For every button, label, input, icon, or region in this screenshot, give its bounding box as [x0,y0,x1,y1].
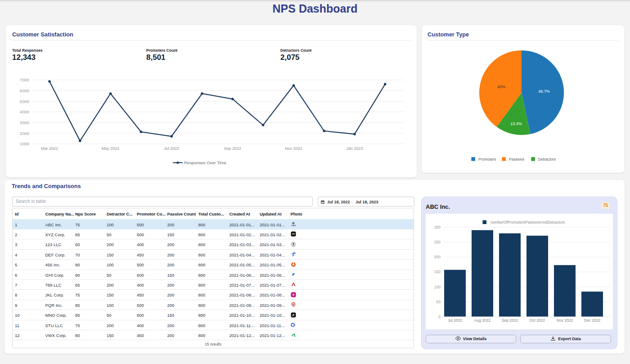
svg-text:Sep 2022: Sep 2022 [502,318,518,323]
svg-text:Sep 2022: Sep 2022 [224,146,242,151]
svg-text:1000: 1000 [20,141,29,146]
svg-text:300: 300 [434,225,441,229]
svg-text:5000: 5000 [20,99,29,104]
svg-text:Jul 2022: Jul 2022 [448,318,462,323]
svg-text:Mar 2022: Mar 2022 [41,146,58,151]
svg-text:40%: 40% [497,85,505,89]
svg-text:Jul 2022: Jul 2022 [164,146,179,151]
svg-text:May 2022: May 2022 [102,146,120,151]
svg-text:50: 50 [436,300,441,304]
svg-text:Promoters: Promoters [478,157,496,162]
svg-text:Responses Over Time: Responses Over Time [184,160,226,165]
svg-text:Detractors: Detractors [538,157,556,162]
svg-text:7000: 7000 [20,77,29,82]
svg-text:Passives: Passives [509,157,524,162]
svg-text:3000: 3000 [20,120,29,125]
svg-text:Nov 2022: Nov 2022 [557,318,573,323]
svg-text:250: 250 [434,240,441,244]
svg-text:Dec 2022: Dec 2022 [584,318,601,323]
svg-text:6000: 6000 [20,88,29,93]
svg-text:Aug 2022: Aug 2022 [474,318,491,323]
svg-text:4000: 4000 [20,109,29,114]
svg-text:Jan 2023: Jan 2023 [346,146,363,151]
svg-text:13.3%: 13.3% [510,121,522,126]
svg-text:Nov 2022: Nov 2022 [285,146,302,151]
svg-text:Oct 2022: Oct 2022 [530,318,545,323]
svg-text:150: 150 [434,270,441,274]
svg-text:100: 100 [434,285,441,289]
svg-text:numberOfPromotersPassivesAndDe: numberOfPromotersPassivesAndDetractors [490,220,565,225]
svg-text:46.7%: 46.7% [538,89,550,94]
svg-text:2000: 2000 [20,131,29,136]
svg-text:200: 200 [434,255,441,259]
svg-text:0: 0 [438,315,441,319]
